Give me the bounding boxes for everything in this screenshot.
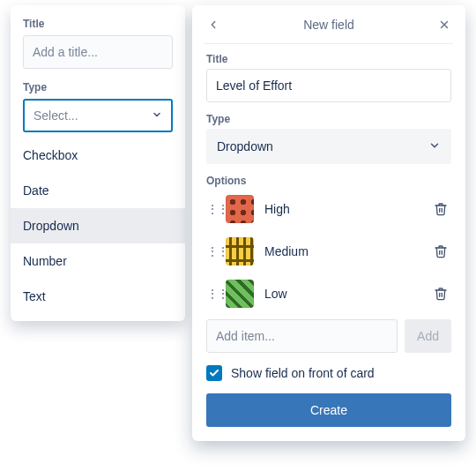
title-label: Title xyxy=(23,18,173,30)
add-option-button[interactable]: Add xyxy=(405,319,451,353)
type-option-dropdown[interactable]: Dropdown xyxy=(11,208,185,243)
type-select-value: Dropdown xyxy=(217,139,273,153)
chevron-down-icon xyxy=(152,108,162,123)
drag-handle-icon[interactable] xyxy=(206,206,220,213)
color-swatch[interactable] xyxy=(226,280,254,308)
title-input[interactable] xyxy=(206,69,451,102)
option-row: Medium xyxy=(206,233,451,270)
type-option-checkbox[interactable]: Checkbox xyxy=(11,138,185,173)
title-input[interactable] xyxy=(23,35,173,69)
color-swatch[interactable] xyxy=(226,195,254,223)
option-label: Medium xyxy=(264,244,430,258)
close-icon xyxy=(438,19,450,31)
type-select[interactable]: Select... xyxy=(23,99,173,132)
type-select[interactable]: Dropdown xyxy=(206,129,451,164)
panel-title: New field xyxy=(303,18,354,32)
check-icon xyxy=(209,368,219,378)
trash-icon xyxy=(434,244,448,258)
option-label: Low xyxy=(264,287,430,301)
add-option-input[interactable] xyxy=(206,319,398,353)
title-label: Title xyxy=(206,53,451,65)
delete-option-button[interactable] xyxy=(430,198,451,220)
type-select-placeholder: Select... xyxy=(33,108,78,123)
delete-option-button[interactable] xyxy=(430,283,451,304)
type-dropdown-menu: Checkbox Date Dropdown Number Text xyxy=(11,138,185,314)
trash-icon xyxy=(434,287,448,301)
delete-option-button[interactable] xyxy=(430,241,451,262)
chevron-left-icon xyxy=(207,19,219,31)
color-swatch[interactable] xyxy=(226,237,254,265)
option-label: High xyxy=(264,202,430,216)
options-list: High Medium Low xyxy=(206,191,451,312)
close-button[interactable] xyxy=(435,16,453,34)
type-option-number[interactable]: Number xyxy=(11,243,185,279)
show-on-front-label: Show field on front of card xyxy=(231,366,375,380)
type-option-date[interactable]: Date xyxy=(11,173,185,208)
show-on-front-checkbox[interactable] xyxy=(206,365,222,381)
type-option-text[interactable]: Text xyxy=(11,279,185,314)
new-field-panel: New field Title Type Dropdown Options Hi… xyxy=(192,5,465,441)
option-row: High xyxy=(206,191,451,228)
type-label: Type xyxy=(206,113,451,125)
drag-handle-icon[interactable] xyxy=(206,291,220,297)
option-row: Low xyxy=(206,275,451,312)
drag-handle-icon[interactable] xyxy=(206,249,220,255)
panel-header: New field xyxy=(205,5,453,44)
create-button[interactable]: Create xyxy=(206,393,451,427)
show-on-front-row: Show field on front of card xyxy=(206,365,451,381)
add-option-row: Add xyxy=(206,319,451,353)
trash-icon xyxy=(434,202,448,216)
options-label: Options xyxy=(206,175,451,187)
chevron-down-icon xyxy=(428,139,441,154)
type-label: Type xyxy=(23,81,173,93)
back-button[interactable] xyxy=(205,16,222,34)
field-setup-panel: Title Type Select... Checkbox Date Dropd… xyxy=(11,5,185,321)
